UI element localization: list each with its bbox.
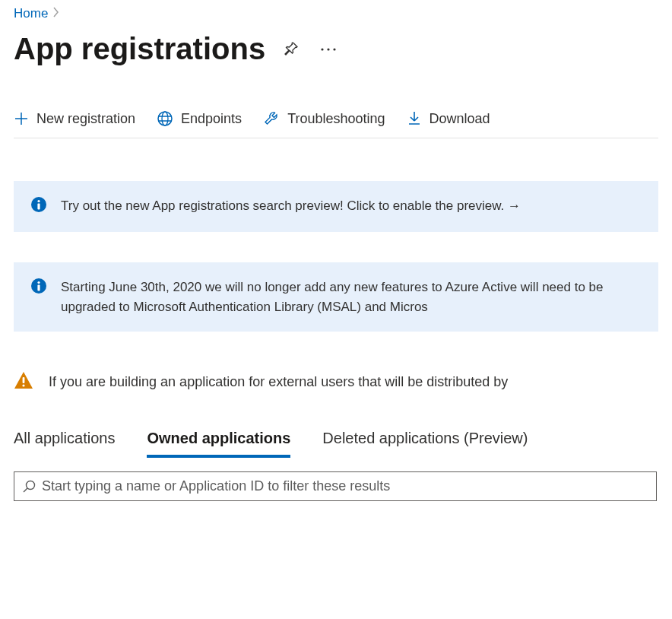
tab-owned-applications[interactable]: Owned applications (147, 430, 290, 458)
breadcrumb: Home (14, 0, 658, 21)
download-icon (407, 110, 422, 127)
banner-preview-text: Try out the new App registrations search… (61, 196, 521, 216)
info-icon (30, 278, 47, 298)
warning-icon (14, 371, 33, 393)
warning-row: If you are building an application for e… (14, 371, 658, 393)
plus-icon (14, 111, 29, 126)
search-wrap (14, 471, 657, 501)
download-button[interactable]: Download (407, 110, 490, 127)
search-icon (22, 480, 36, 494)
title-row: App registrations (14, 32, 658, 66)
toolbar: New registration Endpoints Troubleshooti… (14, 106, 658, 138)
svg-point-13 (27, 481, 35, 489)
search-input[interactable] (42, 478, 648, 494)
endpoints-label: Endpoints (181, 111, 242, 127)
more-icon[interactable] (317, 44, 340, 55)
info-icon (30, 196, 47, 217)
info-banner-deprecation[interactable]: Starting June 30th, 2020 we will no long… (14, 262, 658, 332)
svg-point-6 (37, 200, 40, 202)
troubleshooting-button[interactable]: Troubleshooting (263, 110, 385, 127)
endpoints-button[interactable]: Endpoints (157, 110, 242, 127)
svg-point-1 (328, 48, 330, 50)
info-banner-preview[interactable]: Try out the new App registrations search… (14, 181, 658, 232)
new-registration-button[interactable]: New registration (14, 111, 135, 127)
banner-deprecation-text: Starting June 30th, 2020 we will no long… (61, 278, 642, 316)
svg-rect-11 (23, 377, 25, 383)
globe-icon (157, 110, 173, 127)
svg-point-3 (158, 112, 172, 125)
breadcrumb-home-link[interactable]: Home (14, 6, 48, 21)
tabs: All applications Owned applications Dele… (14, 430, 658, 458)
warning-text: If you are building an application for e… (49, 374, 508, 390)
svg-point-0 (322, 48, 324, 50)
chevron-right-icon (52, 7, 60, 21)
new-registration-label: New registration (36, 111, 135, 127)
svg-point-12 (22, 384, 24, 386)
svg-point-9 (37, 281, 40, 284)
wrench-icon (263, 110, 280, 127)
tab-all-applications[interactable]: All applications (14, 430, 115, 458)
tab-deleted-applications[interactable]: Deleted applications (Preview) (322, 430, 528, 458)
download-label: Download (430, 111, 490, 127)
svg-rect-7 (37, 204, 40, 210)
page-title: App registrations (14, 32, 265, 66)
svg-point-2 (334, 48, 336, 50)
troubleshooting-label: Troubleshooting (287, 111, 385, 127)
svg-rect-10 (37, 285, 40, 291)
svg-point-4 (162, 112, 168, 125)
pin-icon[interactable] (281, 39, 302, 60)
